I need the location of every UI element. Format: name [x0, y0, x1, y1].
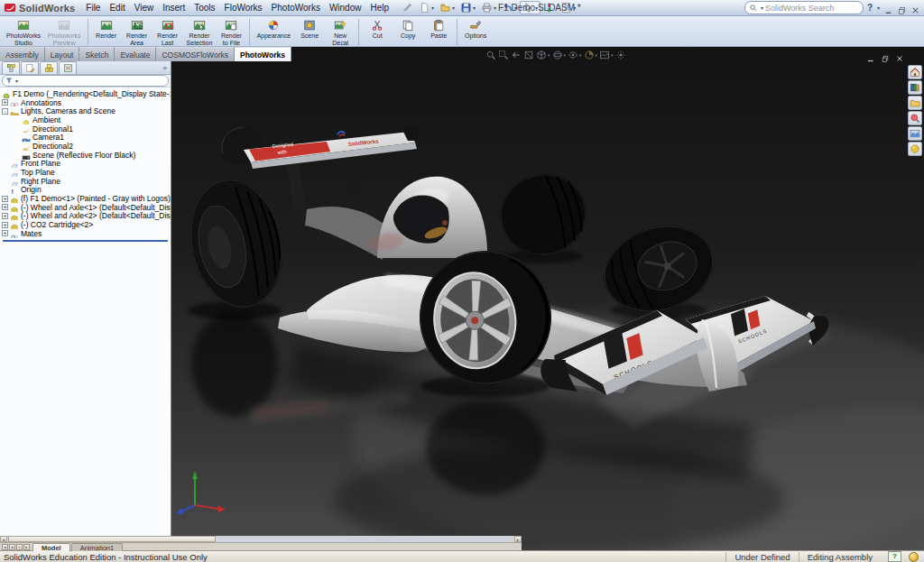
edit-appearance-button[interactable]: ▾: [584, 50, 598, 60]
tree-item[interactable]: F1 Demo (_Rendering<Default_Display Stat…: [0, 89, 171, 98]
tree-item[interactable]: Directional1: [0, 124, 171, 134]
panel-overflow-button[interactable]: »: [163, 64, 167, 72]
tab-evaluate[interactable]: Evaluate: [115, 47, 156, 61]
appearances-scenes-tab[interactable]: [908, 142, 922, 156]
expand-toggle[interactable]: +: [2, 204, 8, 210]
restore-button[interactable]: [897, 3, 907, 13]
tree-item[interactable]: Origin: [0, 186, 171, 195]
scroll-track[interactable]: [7, 536, 514, 542]
animation-control-button[interactable]: ◂: [2, 544, 8, 550]
scroll-right-button[interactable]: ▸: [514, 536, 522, 542]
dimxpertmanager-tab[interactable]: [59, 61, 77, 74]
menu-floworks[interactable]: FloWorks: [220, 2, 267, 14]
copy-button[interactable]: Copy: [393, 18, 423, 41]
tab-model[interactable]: Model: [32, 543, 70, 551]
help-button[interactable]: ?: [867, 3, 873, 13]
menu-photoworks[interactable]: PhotoWorks: [267, 2, 325, 14]
view-orientation-button[interactable]: ▾: [536, 50, 550, 60]
tree-item[interactable]: Right Plane: [0, 177, 171, 186]
view-palette-tab[interactable]: [908, 126, 922, 141]
animation-control-button[interactable]: ▪: [16, 544, 23, 550]
render-to-file-button[interactable]: Render to File: [216, 18, 246, 47]
tab-sketch[interactable]: Sketch: [79, 47, 115, 61]
featuremanager-tab[interactable]: [2, 61, 20, 74]
dropdown-caret[interactable]: ▾: [431, 5, 434, 11]
file-explorer-tab[interactable]: [908, 96, 922, 110]
cut-button[interactable]: Cut: [362, 18, 393, 41]
rollback-bar[interactable]: [3, 240, 168, 242]
open-button[interactable]: ▾: [437, 1, 457, 14]
menu-file[interactable]: File: [81, 2, 105, 14]
scroll-thumb[interactable]: [8, 536, 216, 542]
search-input[interactable]: ▾ SolidWorks Search: [744, 1, 864, 14]
viewport-close-button[interactable]: [895, 51, 904, 60]
animation-control-button[interactable]: ▸: [23, 544, 30, 550]
help-indicator[interactable]: ?: [888, 551, 901, 562]
tree-item[interactable]: -Lights, Cameras and Scene: [0, 106, 171, 115]
section-view-button[interactable]: [523, 50, 534, 60]
dropdown-caret[interactable]: ▾: [611, 52, 614, 58]
tree-item[interactable]: Top Plane: [0, 168, 171, 177]
tree-item[interactable]: Camera1: [0, 133, 171, 142]
expand-toggle[interactable]: +: [2, 230, 8, 236]
help-caret[interactable]: ▾: [877, 5, 880, 11]
tree-item[interactable]: +(-) Wheel and Axle<2> (Default<Default_…: [0, 212, 171, 221]
tab-layout[interactable]: Layout: [45, 47, 80, 61]
dropdown-caret[interactable]: ▾: [473, 5, 476, 11]
new-document-button[interactable]: ▾: [416, 1, 437, 14]
menu-edit[interactable]: Edit: [105, 2, 129, 14]
viewport-minimize-button[interactable]: [866, 51, 875, 60]
tab-assembly[interactable]: Assembly: [0, 47, 45, 61]
render-selection-button[interactable]: Render Selection: [183, 18, 217, 47]
render-button[interactable]: Render: [91, 18, 122, 41]
dropdown-caret[interactable]: ▾: [596, 52, 598, 58]
view-settings-button[interactable]: [615, 50, 626, 60]
render-area-button[interactable]: Render Area: [122, 18, 152, 47]
propertymanager-tab[interactable]: [21, 61, 39, 74]
tree-item[interactable]: +Annotations: [0, 98, 171, 107]
apply-scene-button[interactable]: ▾: [599, 50, 614, 60]
dropdown-caret[interactable]: ▾: [548, 52, 550, 58]
graphics-viewport[interactable]: Designed with SolidWorks: [171, 47, 924, 550]
scroll-left-button[interactable]: ◂: [0, 536, 7, 542]
expand-toggle[interactable]: -: [2, 108, 8, 115]
minimize-button[interactable]: [883, 3, 893, 13]
display-style-button[interactable]: ▾: [552, 50, 567, 60]
tree-item[interactable]: Front Plane: [0, 160, 171, 169]
paste-button[interactable]: Paste: [423, 18, 454, 41]
dropdown-caret[interactable]: ▾: [564, 52, 567, 58]
tree-item[interactable]: +Mates: [0, 229, 171, 238]
options-button[interactable]: Options: [460, 18, 491, 41]
tab-animation1[interactable]: Animation1: [71, 543, 124, 551]
tree-filter-input[interactable]: ▾: [2, 75, 169, 87]
design-library-tab[interactable]: [908, 80, 922, 95]
horizontal-scrollbar[interactable]: ◂ ▸: [0, 536, 522, 543]
previous-view-button[interactable]: [511, 50, 522, 60]
expand-toggle[interactable]: +: [2, 99, 8, 106]
zoom-area-button[interactable]: [498, 50, 509, 60]
dropdown-caret[interactable]: ▾: [452, 5, 455, 11]
tree-item[interactable]: Directional2: [0, 142, 171, 151]
expand-toggle[interactable]: +: [2, 222, 8, 228]
photoworks-studio-button[interactable]: PhotoWorks Studio: [3, 18, 44, 47]
print-button[interactable]: ▾: [478, 1, 499, 14]
dropdown-caret[interactable]: ▾: [494, 5, 496, 11]
search-scope-caret[interactable]: ▾: [761, 5, 763, 11]
menu-help[interactable]: Help: [365, 2, 393, 14]
zoom-fit-button[interactable]: [485, 50, 496, 60]
viewport-restore-button[interactable]: [881, 51, 890, 60]
appearance-button[interactable]: Appearance: [253, 18, 294, 41]
close-button[interactable]: [910, 3, 920, 13]
search-results-tab[interactable]: [908, 111, 922, 125]
configurationmanager-tab[interactable]: [40, 61, 58, 74]
new-decal-button[interactable]: New Decal: [325, 18, 356, 47]
menu-insert[interactable]: Insert: [158, 2, 189, 14]
tree-item[interactable]: Ambient: [0, 115, 171, 124]
tree-item[interactable]: +(-) Wheel and Axle<1> (Default<Default_…: [0, 203, 171, 212]
solidworks-resources-tab[interactable]: [908, 65, 922, 79]
tree-item[interactable]: Scene (Reflective Floor Black): [0, 151, 171, 160]
animation-control-button[interactable]: ◂: [9, 544, 15, 550]
menu-window[interactable]: Window: [325, 2, 366, 14]
menu-tools[interactable]: Tools: [189, 2, 219, 14]
menu-view[interactable]: View: [130, 2, 159, 14]
